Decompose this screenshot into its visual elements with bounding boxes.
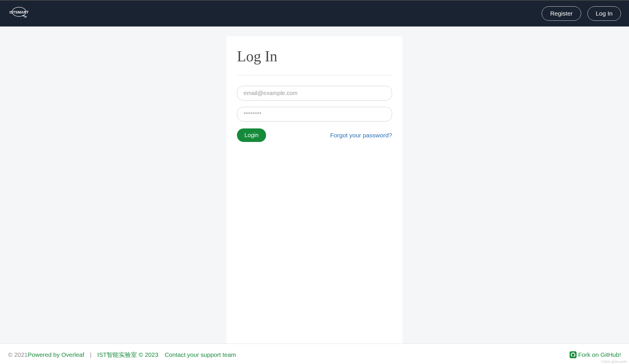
github-icon: [570, 351, 577, 358]
svg-text:ISTSMART: ISTSMART: [10, 10, 29, 14]
login-nav-button[interactable]: Log In: [587, 6, 621, 21]
form-actions: Login Forgot your password?: [237, 128, 392, 142]
register-button[interactable]: Register: [542, 6, 581, 21]
footer-left: © 2021 Powered by Overleaf | IST智能实验室 © …: [8, 351, 236, 359]
powered-by-link[interactable]: Powered by Overleaf: [28, 351, 84, 358]
email-field[interactable]: [237, 86, 392, 101]
copyright-prefix: © 2021: [8, 351, 28, 358]
logo[interactable]: ISTSMART: [8, 6, 32, 21]
fork-github-link[interactable]: Fork on GitHub!: [578, 351, 621, 358]
header: ISTSMART Register Log In: [0, 1, 629, 26]
page-title: Log In: [237, 48, 392, 65]
footer-right: Fork on GitHub!: [570, 351, 621, 358]
support-link[interactable]: Contact your support team: [165, 351, 236, 358]
nav-buttons: Register Log In: [542, 6, 621, 21]
footer: © 2021 Powered by Overleaf | IST智能实验室 © …: [0, 344, 629, 364]
divider: [237, 75, 392, 75]
forgot-password-link[interactable]: Forgot your password?: [330, 132, 392, 139]
main-content: Log In Login Forgot your password?: [0, 26, 629, 344]
login-submit-button[interactable]: Login: [237, 128, 266, 142]
password-field[interactable]: [237, 107, 392, 122]
footer-separator: |: [90, 351, 91, 358]
login-card: Log In Login Forgot your password?: [227, 36, 402, 344]
istsmart-logo-icon: ISTSMART: [8, 6, 32, 21]
lab-info-link[interactable]: IST智能实验室 © 2023: [97, 351, 159, 359]
watermark: CSDN @Wms244: [601, 360, 627, 363]
